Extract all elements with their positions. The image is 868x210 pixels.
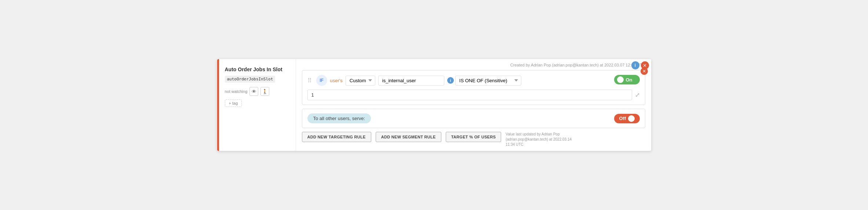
- custom-dropdown[interactable]: Custom: [346, 76, 375, 86]
- top-icons: i: [631, 61, 639, 69]
- info-symbol: i: [635, 63, 636, 68]
- watching-label: not watching: [225, 89, 248, 94]
- field-name-input[interactable]: [378, 76, 444, 86]
- add-segment-rule-button[interactable]: ADD NEW SEGMENT RULE: [376, 132, 441, 142]
- condition-wrap: i IS ONE OF (Sensitive): [447, 76, 521, 86]
- expand-icon[interactable]: ⤢: [635, 91, 640, 98]
- info-icon-top[interactable]: i: [631, 61, 639, 69]
- rule-close-icon: ✕: [642, 69, 646, 74]
- other-users-card: To all other users, serve: Off: [302, 109, 645, 128]
- person-button[interactable]: 🚶: [260, 87, 269, 96]
- action-buttons-row: ADD NEW TARGETING RULE ADD NEW SEGMENT R…: [302, 132, 645, 147]
- other-users-badge: To all other users, serve:: [307, 113, 371, 123]
- rule-card: ✕ ⠿ IF user's Custom i IS ONE OF (Sensit…: [302, 70, 645, 105]
- feature-title: Auto Order Jobs In Slot: [225, 66, 290, 72]
- value-input[interactable]: [307, 90, 632, 100]
- toggle-off-label: Off: [619, 116, 626, 121]
- if-badge: IF: [316, 75, 327, 86]
- right-panel: Created by Adrian Pop (adrian.pop@kantan…: [296, 59, 651, 151]
- left-panel: Auto Order Jobs In Slot autoOrderJobsInS…: [219, 59, 296, 151]
- users-label: user's: [330, 78, 343, 83]
- target-users-button[interactable]: TARGET % OF USERS: [446, 132, 502, 142]
- watching-row: not watching 👁 🚶: [225, 87, 290, 96]
- eye-button[interactable]: 👁: [249, 87, 258, 96]
- toggle-on-button[interactable]: On: [614, 75, 640, 84]
- eye-icon: 👁: [252, 89, 256, 94]
- condition-info-icon[interactable]: i: [447, 77, 454, 84]
- value-updated-text: Value last updated by Adrian Pop (adrian…: [506, 132, 579, 147]
- person-icon: 🚶: [262, 89, 268, 94]
- top-meta: Created by Adrian Pop (adrian.pop@kantan…: [302, 63, 645, 67]
- toggle-off-button[interactable]: Off: [614, 114, 640, 123]
- toggle-on-label: On: [626, 77, 632, 83]
- toggle-circle-off: [628, 115, 635, 122]
- info-i: i: [450, 78, 451, 83]
- add-targeting-rule-button[interactable]: ADD NEW TARGETING RULE: [302, 132, 371, 142]
- condition-dropdown[interactable]: IS ONE OF (Sensitive): [455, 76, 521, 86]
- rule-row: ⠿ IF user's Custom i IS ONE OF (Sensitiv…: [307, 75, 640, 86]
- toggle-circle: [617, 76, 624, 83]
- drag-handle[interactable]: ⠿: [307, 77, 312, 84]
- rule-close-button[interactable]: ✕: [641, 68, 648, 75]
- add-tag-button[interactable]: + tag: [225, 99, 242, 107]
- value-row: ⤢: [307, 90, 640, 100]
- feature-key: autoOrderJobsInSlot: [225, 76, 276, 83]
- main-container: Auto Order Jobs In Slot autoOrderJobsInS…: [217, 59, 651, 151]
